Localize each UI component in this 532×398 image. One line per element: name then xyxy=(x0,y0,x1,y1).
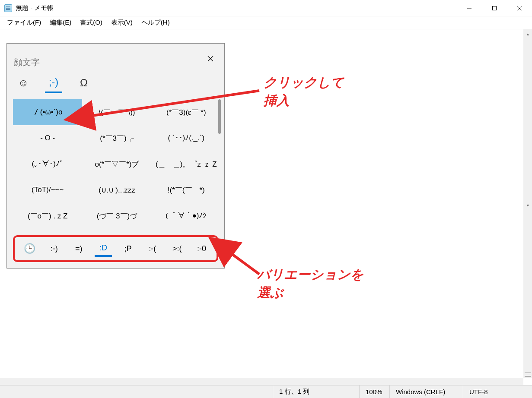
kaomoji-item[interactable]: (＿ ＿)。゜z ｚ Z xyxy=(152,151,221,177)
kaomoji-item[interactable]: (∪.∪ )...zzz xyxy=(82,177,151,203)
statusbar: 1 行、1 列 100% Windows (CRLF) UTF-8 xyxy=(0,385,532,398)
svg-line-7 xyxy=(227,250,259,274)
resize-grip-icon[interactable] xyxy=(525,373,531,377)
menu-file[interactable]: ファイル(F) xyxy=(3,17,45,28)
emoji-panel-header: 顔文字 xyxy=(7,44,224,68)
menubar: ファイル(F) 編集(E) 書式(O) 表示(V) ヘルプ(H) xyxy=(0,16,532,29)
kaomoji-item[interactable]: o(*￣▽￣*)ブ xyxy=(82,151,151,177)
variation-item[interactable]: :-) xyxy=(45,242,63,256)
emoji-panel-title: 顔文字 xyxy=(14,57,40,68)
kaomoji-item[interactable]: 〳(•ω•`)o xyxy=(13,99,82,125)
annotation-arrow-icon xyxy=(78,73,268,125)
scrollbar-horizontal[interactable] xyxy=(0,378,523,385)
kaomoji-item[interactable]: (*￣3￣)╭ xyxy=(82,125,151,151)
notepad-icon xyxy=(4,4,12,12)
variation-item[interactable]: ;P xyxy=(119,242,137,256)
titlebar: 無題 - メモ帳 xyxy=(0,0,532,16)
text-caret xyxy=(2,31,2,39)
variation-item[interactable]: >:( xyxy=(169,242,186,256)
variation-item[interactable]: :-( xyxy=(144,242,161,256)
emoji-panel-close-button[interactable] xyxy=(204,52,217,66)
kaomoji-item[interactable]: (｡･∀･)ﾉﾞ xyxy=(13,151,82,177)
variation-item[interactable]: :-0 xyxy=(193,242,210,256)
status-position: 1 行、1 列 xyxy=(273,385,359,398)
kaomoji-item[interactable]: (￣o￣) . z Z xyxy=(13,203,82,229)
kaomoji-item[interactable]: ( ´･･)ﾉ(._.`) xyxy=(152,125,221,151)
scrollbar-vertical[interactable]: ▴ ▾ xyxy=(523,29,532,378)
variation-bar: 🕒 :-) =) :D ;P :-( >:( :-0 xyxy=(13,235,218,262)
variation-item[interactable]: :D xyxy=(95,241,112,257)
variation-recent-icon[interactable]: 🕒 xyxy=(21,240,38,257)
svg-rect-1 xyxy=(493,6,497,10)
statusbar-spacer xyxy=(0,385,273,398)
window-controls xyxy=(457,0,532,16)
scroll-up-icon[interactable]: ▴ xyxy=(523,29,532,38)
menu-view[interactable]: 表示(V) xyxy=(107,17,137,28)
tab-emoji[interactable]: ☺ xyxy=(15,77,32,92)
window-title: 無題 - メモ帳 xyxy=(16,4,54,12)
annotation-arrow-icon xyxy=(220,242,268,281)
status-line-ending: Windows (CRLF) xyxy=(389,385,463,398)
status-zoom: 100% xyxy=(359,385,389,398)
menu-format[interactable]: 書式(O) xyxy=(76,17,107,28)
menu-edit[interactable]: 編集(E) xyxy=(45,17,76,28)
menu-help[interactable]: ヘルプ(H) xyxy=(137,17,174,28)
status-encoding: UTF-8 xyxy=(463,385,532,398)
variation-item[interactable]: =) xyxy=(70,242,87,256)
minimize-button[interactable] xyxy=(457,0,482,16)
kaomoji-item[interactable]: - O - xyxy=(13,125,82,151)
kaomoji-item[interactable]: (ToT)/~~~ xyxy=(13,177,82,203)
kaomoji-item[interactable]: (づ￣ 3￣)づ xyxy=(82,203,151,229)
scroll-down-icon[interactable]: ▾ xyxy=(523,201,532,210)
kaomoji-item[interactable]: !(*￣(￣ *) xyxy=(152,177,221,203)
tab-kaomoji[interactable]: ;-) xyxy=(45,76,62,93)
kaomoji-item[interactable]: ( ＾∀＾●)ﾉｼ xyxy=(152,203,221,229)
close-button[interactable] xyxy=(507,0,532,16)
svg-line-6 xyxy=(86,91,259,117)
maximize-button[interactable] xyxy=(482,0,507,16)
